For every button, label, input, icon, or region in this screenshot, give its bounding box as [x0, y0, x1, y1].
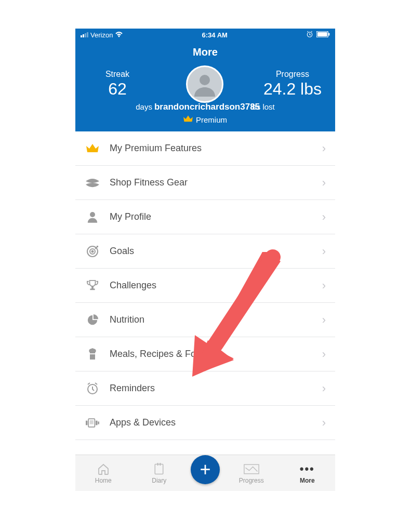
status-left: Verizon: [81, 31, 123, 39]
chevron-right-icon: ›: [322, 348, 326, 361]
tab-add[interactable]: +: [187, 462, 223, 484]
chevron-right-icon: ›: [322, 245, 326, 258]
menu-item-challenges[interactable]: Challenges›: [75, 269, 335, 303]
wifi-icon: [115, 31, 123, 39]
ua-icon: [85, 178, 100, 188]
menu-item-label: Apps & Devices: [110, 417, 313, 428]
progress-value: 24.2 lbs: [263, 79, 322, 99]
chevron-right-icon: ›: [322, 142, 326, 155]
svg-rect-2: [317, 32, 327, 36]
menu-item-label: Shop Fitness Gear: [110, 177, 313, 188]
target-icon: [85, 245, 100, 258]
crown-icon: [85, 144, 100, 153]
chevron-right-icon: ›: [322, 416, 326, 430]
header: More Streak 62 Progress 24.2 lbs days br…: [75, 41, 335, 131]
svg-rect-16: [157, 463, 158, 466]
menu-item-label: Goals: [110, 246, 313, 257]
menu-item-label: Nutrition: [110, 314, 313, 325]
menu-list: My Premium Features›Shop Fitness Gear›My…: [75, 131, 335, 440]
progress-stat: Progress 24.2 lbs: [263, 70, 322, 99]
svg-rect-3: [328, 33, 329, 35]
carrier-label: Verizon: [90, 31, 113, 39]
diary-icon: [153, 462, 165, 476]
svg-rect-14: [98, 421, 99, 424]
menu-item-label: My Profile: [110, 211, 313, 222]
svg-point-8: [92, 250, 94, 252]
premium-badge: Premium: [75, 115, 335, 124]
person-icon: [85, 211, 100, 223]
menu-item-meals[interactable]: Meals, Recipes & Foods›: [75, 337, 335, 371]
menu-item-premium-features[interactable]: My Premium Features›: [75, 131, 335, 166]
tab-diary[interactable]: Diary: [131, 462, 188, 484]
tab-diary-label: Diary: [152, 477, 166, 484]
streak-label: Streak: [89, 70, 146, 79]
signal-icon: [81, 32, 88, 37]
status-right: [306, 31, 330, 39]
progress-unit: lbs lost: [250, 102, 275, 111]
svg-rect-10: [86, 420, 87, 425]
menu-item-goals[interactable]: Goals›: [75, 234, 335, 269]
svg-point-5: [90, 212, 95, 217]
alarm-icon: [85, 382, 100, 395]
crown-icon: [183, 115, 193, 124]
header-stats: Streak 62 Progress 24.2 lbs: [75, 65, 335, 103]
progress-label: Progress: [263, 70, 322, 79]
tab-home-label: Home: [95, 477, 112, 484]
svg-point-4: [200, 75, 210, 85]
plus-icon: +: [200, 459, 210, 481]
chevron-right-icon: ›: [322, 313, 326, 327]
app-screen: Verizon 6:34 AM More Streak 62: [75, 29, 335, 491]
username-row: days brandoncrichardson3785 lbs lost: [75, 102, 335, 112]
menu-item-label: Meals, Recipes & Foods: [110, 349, 313, 360]
username: brandoncrichardson3785: [154, 102, 260, 112]
chef-icon: [85, 348, 100, 361]
progress-icon: [244, 462, 259, 476]
menu-item-apps-devices[interactable]: Apps & Devices›: [75, 406, 335, 440]
status-bar: Verizon 6:34 AM: [75, 29, 335, 41]
premium-label: Premium: [196, 115, 227, 124]
avatar[interactable]: [186, 65, 223, 103]
more-icon: •••: [300, 462, 315, 476]
trophy-icon: [85, 280, 100, 292]
avatar-placeholder-icon: [192, 72, 217, 97]
svg-rect-15: [155, 464, 163, 474]
battery-icon: [316, 31, 330, 39]
tab-home[interactable]: Home: [75, 462, 131, 484]
home-icon: [97, 462, 110, 476]
tab-more[interactable]: ••• More: [280, 462, 336, 484]
tab-more-label: More: [300, 477, 315, 484]
chevron-right-icon: ›: [322, 279, 326, 292]
page-title: More: [75, 46, 335, 58]
menu-item-shop-gear[interactable]: Shop Fitness Gear›: [75, 166, 335, 200]
svg-rect-17: [160, 463, 161, 466]
status-time: 6:34 AM: [202, 31, 228, 39]
menu-item-label: Challenges: [110, 280, 313, 291]
tab-bar: Home Diary + Progress ••• More: [75, 455, 335, 491]
add-fab[interactable]: +: [191, 455, 220, 484]
streak-stat: Streak 62: [89, 70, 146, 99]
menu-item-label: My Premium Features: [110, 143, 313, 154]
menu-item-label: Reminders: [110, 383, 313, 394]
tab-progress-label: Progress: [239, 477, 264, 484]
menu-item-my-profile[interactable]: My Profile›: [75, 200, 335, 234]
device-icon: [85, 418, 100, 428]
svg-rect-12: [90, 420, 94, 424]
chevron-right-icon: ›: [322, 176, 326, 190]
alarm-status-icon: [306, 31, 313, 39]
pie-icon: [85, 314, 100, 326]
streak-unit: days: [136, 102, 152, 111]
tab-progress[interactable]: Progress: [223, 462, 280, 484]
chevron-right-icon: ›: [322, 210, 326, 224]
menu-item-nutrition[interactable]: Nutrition›: [75, 303, 335, 337]
menu-item-reminders[interactable]: Reminders›: [75, 371, 335, 406]
chevron-right-icon: ›: [322, 382, 326, 395]
svg-rect-13: [96, 420, 97, 425]
streak-value: 62: [89, 79, 146, 99]
svg-rect-18: [244, 464, 259, 474]
